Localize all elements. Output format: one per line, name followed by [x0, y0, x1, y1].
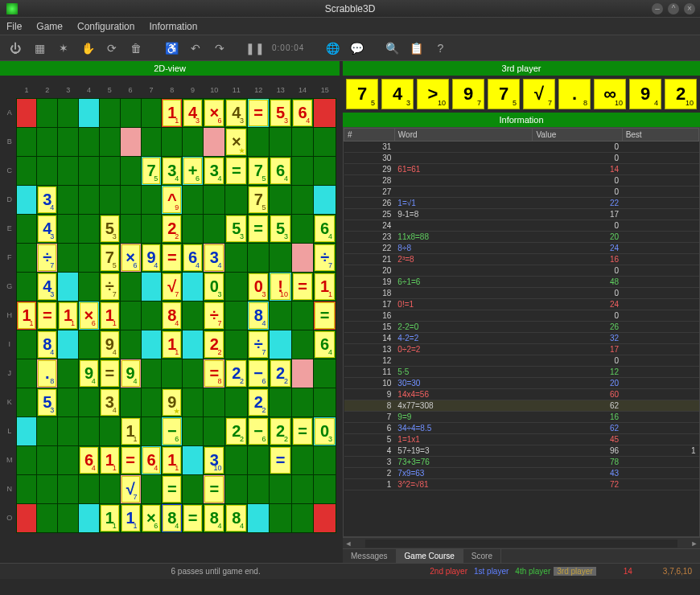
game-tile[interactable]: 11	[315, 273, 335, 300]
board-cell[interactable]: 53	[270, 98, 291, 127]
menu-game[interactable]: Game	[36, 21, 63, 32]
board-cell[interactable]	[183, 359, 204, 388]
game-tile[interactable]: ^9	[163, 187, 181, 213]
game-tile[interactable]: =	[249, 215, 268, 242]
board-cell[interactable]	[79, 416, 100, 445]
game-tile[interactable]: −6	[249, 418, 268, 445]
board-cell[interactable]: 84	[225, 503, 247, 532]
board-cell[interactable]	[120, 156, 141, 185]
board-cell[interactable]	[79, 388, 100, 416]
board-cell[interactable]	[120, 185, 141, 214]
menu-info[interactable]: Information	[149, 21, 197, 32]
board-cell[interactable]: 75	[247, 156, 269, 185]
board-cell[interactable]	[204, 416, 225, 445]
board-cell[interactable]	[314, 185, 336, 214]
game-tile[interactable]: .8	[38, 360, 56, 387]
game-tile[interactable]: 9★	[163, 389, 181, 416]
game-tile[interactable]: √7	[163, 273, 181, 300]
game-tile[interactable]: 84	[204, 505, 224, 531]
rack-tile[interactable]: 97	[452, 79, 484, 109]
board-cell[interactable]: 34	[162, 156, 183, 185]
game-tile[interactable]: ×6	[142, 505, 161, 531]
game-tile[interactable]: 84	[163, 505, 181, 531]
board-cell[interactable]: 43	[37, 214, 58, 243]
history-row[interactable]: 457÷19=3961	[344, 445, 699, 457]
board-cell[interactable]	[291, 330, 313, 359]
board-cell[interactable]: ÷7	[247, 330, 269, 359]
board-cell[interactable]	[291, 474, 313, 503]
board-cell[interactable]	[141, 388, 162, 416]
board-cell[interactable]: 64	[314, 330, 336, 359]
board-cell[interactable]: ×6	[204, 98, 225, 127]
board-cell[interactable]	[270, 474, 291, 503]
game-tile[interactable]: 94	[121, 360, 140, 387]
history-row[interactable]: 130÷2=217	[344, 344, 699, 355]
game-tile[interactable]: ÷7	[101, 273, 119, 300]
maximize-button[interactable]: ^	[668, 3, 679, 14]
board-cell[interactable]: 94	[99, 330, 120, 359]
game-tile[interactable]: 84	[249, 302, 268, 329]
board-cell[interactable]	[314, 98, 336, 127]
game-tile[interactable]: 11	[163, 331, 181, 358]
game-tile[interactable]: =	[121, 447, 140, 474]
board-cell[interactable]	[16, 98, 37, 127]
history-row[interactable]: 2311x8=8820	[344, 232, 699, 243]
board-cell[interactable]: 11	[162, 98, 183, 127]
game-tile[interactable]: 94	[142, 244, 161, 271]
board-cell[interactable]	[58, 214, 79, 243]
game-tile[interactable]: 34	[204, 158, 224, 184]
board-cell[interactable]	[247, 503, 269, 532]
board-cell[interactable]	[225, 474, 247, 503]
board-cell[interactable]	[270, 243, 291, 272]
history-row[interactable]: 13^2=√8172	[344, 479, 699, 490]
board-cell[interactable]: 11	[120, 416, 141, 445]
board-cell[interactable]: =	[204, 474, 225, 503]
board-cell[interactable]	[291, 214, 313, 243]
board-cell[interactable]: −6	[247, 359, 269, 388]
board-cell[interactable]: −6	[162, 416, 183, 445]
board-cell[interactable]: 22	[247, 388, 269, 416]
game-tile[interactable]: =	[163, 244, 181, 271]
menu-file[interactable]: File	[6, 21, 22, 32]
rack-tile[interactable]: 43	[381, 79, 414, 109]
game-tile[interactable]: 43	[38, 215, 56, 242]
game-tile[interactable]: =	[249, 100, 268, 126]
board-cell[interactable]	[183, 214, 204, 243]
game-tile[interactable]: ×6	[80, 302, 98, 329]
board-cell[interactable]	[58, 359, 79, 388]
board-cell[interactable]: 11	[99, 503, 120, 532]
scroll-left-icon[interactable]: ◄	[343, 540, 354, 548]
board-cell[interactable]	[16, 474, 37, 503]
board-cell[interactable]	[16, 416, 37, 445]
board-cell[interactable]: =	[247, 214, 269, 243]
board-cell[interactable]: =	[162, 243, 183, 272]
board-cell[interactable]	[225, 243, 247, 272]
game-tile[interactable]: 22	[270, 418, 290, 445]
board-cell[interactable]: 53	[270, 214, 291, 243]
board-cell[interactable]	[37, 98, 58, 127]
board-cell[interactable]	[16, 445, 37, 474]
history-row[interactable]: 212³=816	[344, 254, 699, 265]
game-tile[interactable]: 43	[183, 100, 202, 126]
board-cell[interactable]: .8	[37, 359, 58, 388]
game-tile[interactable]: =	[183, 505, 202, 531]
game-tile[interactable]: ×6	[121, 244, 140, 271]
board-cell[interactable]: 11	[99, 301, 120, 330]
game-tile[interactable]: =	[315, 302, 335, 329]
game-board[interactable]: 123456789101112131415A1143×643=5364B×★C7…	[3, 82, 336, 533]
board-cell[interactable]: 75	[247, 185, 269, 214]
board-cell[interactable]	[58, 272, 79, 301]
game-tile[interactable]: 75	[142, 158, 161, 184]
board-cell[interactable]	[270, 301, 291, 330]
game-tile[interactable]: =8	[204, 360, 224, 387]
board-cell[interactable]	[79, 127, 100, 156]
close-button[interactable]: ×	[684, 3, 695, 14]
board-cell[interactable]	[58, 503, 79, 532]
board-cell[interactable]	[16, 359, 37, 388]
history-row[interactable]: 180	[344, 288, 699, 299]
history-row[interactable]: 634÷4=8.562	[344, 423, 699, 434]
board-cell[interactable]: =	[225, 156, 247, 185]
board-cell[interactable]: ÷7	[204, 301, 225, 330]
board-cell[interactable]: 53	[225, 214, 247, 243]
game-tile[interactable]: ÷7	[204, 302, 224, 329]
